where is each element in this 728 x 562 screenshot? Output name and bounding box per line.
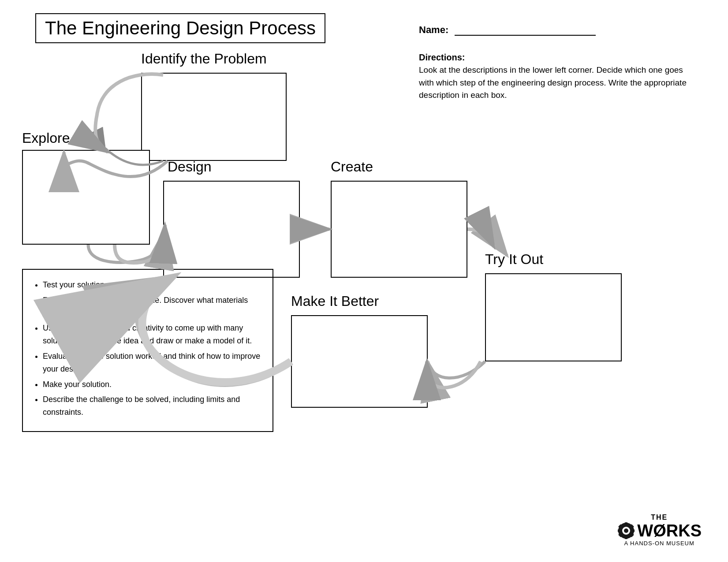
gear-icon [617,521,635,540]
logo-subtitle: A Hands-On Museum [617,540,702,547]
svg-rect-7 [625,522,627,526]
bullet-list: Test your solution. Research what others… [34,279,261,419]
bullet-item: Use your knowledge and creativity to com… [43,322,261,347]
directions-section: Directions: Look at the descriptions in … [419,51,697,102]
explore-label: Explore [22,130,70,146]
design-box[interactable] [163,181,300,278]
bullet-item: Test your solution. [43,279,261,291]
svg-rect-9 [618,529,621,532]
title-box: The Engineering Design Process [35,13,325,43]
make-it-better-box[interactable] [291,315,428,408]
svg-rect-8 [625,536,627,539]
name-section: Name: [419,24,596,36]
bullet-list-box: Test your solution. Research what others… [22,269,273,432]
page-container: The Engineering Design Process Name: Dir… [0,0,728,562]
logo-section: THE WØRKS A Hands-On Museum [617,514,702,547]
identify-box[interactable] [141,73,287,161]
try-it-out-box[interactable] [485,273,622,361]
directions-text: Look at the descriptions in the lower le… [419,64,697,102]
name-label: Name: [419,24,448,35]
directions-title: Directions: [419,51,697,64]
bullet-item: Make your solution. [43,378,261,391]
logo-works-text: WØRKS [637,522,702,539]
bullet-item: Evaluate how the solution worked and thi… [43,350,261,376]
bullet-item: Research what others have done. Discover… [43,294,261,320]
svg-rect-10 [631,529,635,532]
logo-the: THE [617,514,702,521]
page-title: The Engineering Design Process [45,18,316,39]
explore-box[interactable] [22,150,150,245]
bullet-item: Describe the challenge to be solved, inc… [43,393,261,419]
try-it-out-label: Try It Out [485,251,543,268]
logo-works: WØRKS [617,521,702,540]
create-label: Create [331,159,373,175]
create-box[interactable] [331,181,467,278]
name-line[interactable] [455,35,596,36]
make-it-better-label: Make It Better [291,293,379,309]
design-label: Design [168,159,212,175]
svg-point-6 [624,529,628,533]
identify-label: Identify the Problem [141,51,267,67]
